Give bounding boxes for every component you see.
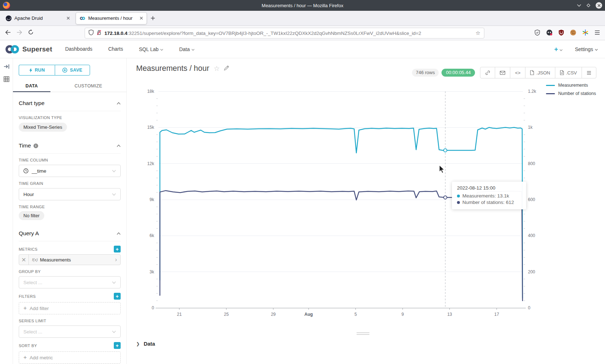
section-time[interactable]: Timei [19, 142, 121, 149]
mask-extension-icon[interactable] [546, 29, 552, 37]
chart-area: Measurements / hour ☆ 746 rows 00:00:05.… [127, 58, 605, 364]
chevron-right-icon[interactable]: › [115, 256, 120, 263]
add-filter-plus-icon[interactable]: + [114, 293, 121, 300]
add-new-button[interactable]: + [554, 45, 563, 53]
data-results-expander[interactable]: ❯ Data [136, 341, 155, 347]
plus-icon: + [23, 305, 27, 311]
nav-dashboards[interactable]: Dashboards [65, 46, 93, 52]
svg-text:1.2k: 1.2k [528, 89, 537, 94]
page-title: Measurements / hour [136, 64, 209, 73]
favorite-star-icon[interactable]: ☆ [214, 64, 220, 73]
chevron-down-icon [112, 193, 116, 196]
active-tab-indicator [13, 91, 50, 92]
svg-text:Aug: Aug [304, 312, 313, 317]
viz-type-value[interactable]: Mixed Time-Series [19, 123, 67, 132]
pinwheel-extension-icon[interactable] [582, 29, 588, 37]
settings-menu[interactable]: Settings [575, 46, 598, 52]
nav-sql-lab[interactable]: SQL Lab [139, 46, 163, 52]
svg-text:3k: 3k [149, 269, 154, 274]
tooltip-row: Number of stations: 612 [457, 200, 521, 205]
svg-text:5: 5 [354, 312, 357, 317]
series-dot [457, 201, 460, 204]
forward-icon[interactable] [17, 30, 22, 36]
shield-check-icon[interactable] [534, 29, 540, 37]
close-icon[interactable] [596, 2, 602, 9]
svg-text:15k: 15k [147, 125, 154, 130]
superset-favicon [80, 15, 85, 21]
series-limit-label: SERIES LIMIT [19, 319, 121, 323]
back-icon[interactable] [5, 30, 11, 36]
metrics-label: METRICS+ [19, 246, 121, 252]
time-grain-label: TIME GRAIN [19, 181, 121, 186]
filters-label: FILTERS+ [19, 293, 121, 300]
bolt-icon [29, 68, 32, 73]
svg-text:600: 600 [528, 197, 535, 202]
tab-customize[interactable]: CUSTOMIZE [50, 80, 126, 92]
section-query-a[interactable]: Query A [19, 230, 121, 237]
url-bar[interactable]: 172.18.0.4:32251/superset/explore/?form_… [85, 28, 484, 38]
time-column-select[interactable]: __time [19, 165, 121, 177]
tooltip-date: 2022-08-12 15:00 [457, 185, 521, 191]
viz-type-label: VISUALIZATION TYPE [19, 115, 121, 120]
group-by-select[interactable]: Select ... [19, 276, 121, 288]
chevron-down-icon [112, 331, 116, 333]
chart-tooltip: 2022-08-12 15:00 Measurements: 13.1k Num… [452, 182, 526, 209]
plus-icon: + [23, 354, 27, 361]
nav-data[interactable]: Data [179, 46, 194, 52]
section-chart-type[interactable]: Chart type [19, 100, 121, 106]
ublock-icon[interactable] [559, 29, 564, 37]
time-grain-select[interactable]: Hour [19, 188, 121, 200]
legend-item-stations[interactable]: Number of stations [546, 91, 596, 96]
dataset-grid-icon[interactable] [4, 76, 9, 83]
remove-metric-icon[interactable]: ✕ [19, 255, 29, 265]
new-tab-icon[interactable] [151, 16, 155, 21]
url-text[interactable]: 172.18.0.4:32251/superset/explore/?form_… [104, 31, 473, 36]
nav-charts[interactable]: Charts [108, 46, 123, 52]
bookmark-star-icon[interactable]: ☆ [476, 30, 480, 36]
sort-by-label: SORT BY+ [19, 342, 121, 349]
time-column-label: TIME COLUMN [19, 158, 121, 162]
tab-data[interactable]: DATA [13, 80, 50, 92]
insecure-lock-icon[interactable] [97, 29, 102, 37]
panel-tabs: DATA CUSTOMIZE [13, 80, 126, 92]
timeseries-chart[interactable]: 003k2006k4009k60012k80015k1k18k1.2k21252… [127, 76, 605, 332]
time-range-value[interactable]: No filter [19, 211, 44, 220]
legend-item-measurements[interactable]: Measurements [546, 83, 596, 88]
chart-legend[interactable]: Measurements Number of stations [546, 83, 596, 96]
window-title: Measurements / hour — Mozilla Firefox [0, 3, 605, 8]
superset-logo[interactable]: Superset [5, 45, 52, 54]
explore-control-panel: RUN SAVE DATA CUSTOMIZE Chart type VISUA… [13, 58, 127, 364]
expand-panel-icon[interactable] [4, 64, 9, 70]
shield-icon[interactable] [89, 29, 94, 37]
svg-text:18k: 18k [147, 89, 154, 94]
add-filter-box[interactable]: +Add filter [19, 302, 121, 314]
save-button[interactable]: SAVE [55, 65, 90, 76]
tab-measurements-hour[interactable]: Measurements / hour [76, 12, 147, 24]
legend-line [546, 93, 555, 94]
add-sort-metric-box[interactable]: +Add metric [19, 351, 121, 364]
metric-chip[interactable]: ✕ f(x) Measurements › [19, 254, 121, 265]
menu-hamburger-icon[interactable] [595, 30, 600, 36]
reload-icon[interactable] [28, 29, 33, 36]
browser-toolbar: 172.18.0.4:32251/superset/explore/?form_… [0, 26, 605, 40]
add-metric-plus-icon[interactable]: + [114, 246, 121, 252]
data-results-label: Data [144, 341, 155, 347]
chevron-down-icon [560, 45, 563, 53]
add-sort-plus-icon[interactable]: + [114, 342, 121, 349]
svg-text:25: 25 [224, 312, 229, 317]
tab-close-icon[interactable] [67, 17, 70, 20]
svg-text:13: 13 [447, 312, 452, 317]
resize-drag-handle[interactable] [357, 332, 369, 335]
minimize-icon[interactable] [577, 4, 581, 7]
tab-close-icon[interactable] [140, 17, 143, 20]
maximize-icon[interactable] [586, 3, 591, 8]
run-button[interactable]: RUN [19, 65, 55, 76]
cookie-extension-icon[interactable] [570, 29, 576, 37]
tooltip-row: Measurements: 13.1k [457, 193, 521, 199]
firefox-icon [3, 2, 10, 9]
edit-title-icon[interactable] [224, 65, 229, 72]
brand-name: Superset [22, 45, 52, 53]
series-limit-select[interactable]: Select ... [19, 326, 121, 338]
svg-text:400: 400 [528, 233, 535, 238]
tab-apache-druid[interactable]: Apache Druid [2, 12, 73, 24]
